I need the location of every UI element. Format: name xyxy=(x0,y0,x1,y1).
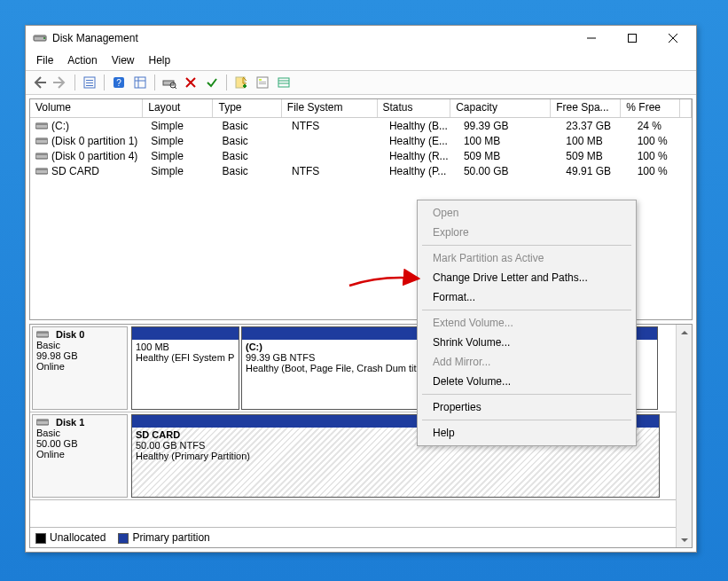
svg-rect-24 xyxy=(35,153,48,155)
context-item[interactable]: Change Drive Letter and Paths... xyxy=(420,268,633,287)
window-title: Disk Management xyxy=(52,32,572,44)
forward-button[interactable] xyxy=(51,73,70,92)
app-icon xyxy=(33,31,47,45)
context-item[interactable]: Shrink Volume... xyxy=(420,333,633,352)
svg-rect-7 xyxy=(86,85,93,86)
svg-rect-26 xyxy=(35,169,48,170)
volume-row[interactable]: (Disk 0 partition 4)SimpleBasicHealthy (… xyxy=(30,148,692,163)
context-separator xyxy=(422,245,631,246)
scroll-down-icon[interactable] xyxy=(677,532,692,547)
context-item: Extend Volume... xyxy=(420,313,633,333)
context-separator xyxy=(422,310,631,310)
volume-row[interactable]: SD CARDSimpleBasicNTFSHealthy (P...50.00… xyxy=(30,163,692,178)
back-button[interactable] xyxy=(29,73,49,92)
check-button[interactable] xyxy=(202,73,222,92)
col-status[interactable]: Status xyxy=(378,99,451,117)
minimize-button[interactable] xyxy=(572,28,611,48)
menu-view[interactable]: View xyxy=(105,52,142,68)
svg-rect-30 xyxy=(36,420,49,421)
partition[interactable]: 100 MBHealthy (EFI System P xyxy=(131,326,239,410)
svg-rect-22 xyxy=(35,138,48,140)
col-filesystem[interactable]: File System xyxy=(282,99,378,117)
svg-rect-15 xyxy=(259,79,262,81)
col-volume[interactable]: Volume xyxy=(30,99,143,117)
help-button[interactable]: ? xyxy=(109,73,129,92)
scroll-up-icon[interactable] xyxy=(677,325,692,340)
context-item[interactable]: Properties xyxy=(420,397,633,417)
context-item[interactable]: Delete Volume... xyxy=(420,372,633,391)
context-menu: OpenExploreMark Partition as ActiveChang… xyxy=(417,200,637,446)
col-pctfree[interactable]: % Free xyxy=(621,99,680,117)
volume-list-header: Volume Layout Type File System Status Ca… xyxy=(30,99,692,118)
titlebar[interactable]: Disk Management xyxy=(26,26,696,51)
svg-rect-3 xyxy=(629,35,637,43)
context-item: Mark Partition as Active xyxy=(420,248,633,268)
close-button[interactable] xyxy=(654,28,693,48)
svg-text:?: ? xyxy=(116,78,121,88)
context-item[interactable]: Help xyxy=(420,423,633,443)
menubar: File Action View Help xyxy=(26,51,696,70)
legend-primary: Primary partition xyxy=(118,531,209,544)
svg-rect-17 xyxy=(259,83,266,84)
col-capacity[interactable]: Capacity xyxy=(450,99,551,117)
toolbar-separator xyxy=(226,75,227,90)
col-layout[interactable]: Layout xyxy=(143,99,213,117)
toolbar-separator xyxy=(154,75,155,90)
col-freespace[interactable]: Free Spa... xyxy=(551,99,621,117)
menu-help[interactable]: Help xyxy=(142,52,178,68)
context-separator xyxy=(422,394,631,395)
rescan-button[interactable] xyxy=(160,73,179,92)
toolbar: ? xyxy=(26,70,696,95)
svg-rect-18 xyxy=(278,78,289,87)
properties-button[interactable] xyxy=(253,73,272,92)
menu-action[interactable]: Action xyxy=(60,52,104,68)
svg-rect-20 xyxy=(35,123,48,125)
disk-label[interactable]: Disk 0Basic99.98 GBOnline xyxy=(32,326,128,410)
svg-rect-10 xyxy=(135,77,145,88)
col-type[interactable]: Type xyxy=(213,99,281,117)
new-button[interactable] xyxy=(231,73,251,92)
svg-rect-6 xyxy=(86,82,93,83)
legend-unallocated: Unallocated xyxy=(35,531,106,544)
volume-row[interactable]: (Disk 0 partition 1)SimpleBasicHealthy (… xyxy=(30,133,692,148)
window-caption-buttons xyxy=(572,28,693,48)
toolbar-separator xyxy=(104,75,105,90)
vertical-scrollbar[interactable] xyxy=(676,325,692,547)
disk-label[interactable]: Disk 1Basic50.00 GBOnline xyxy=(32,414,128,498)
svg-rect-1 xyxy=(34,35,46,37)
delete-button[interactable] xyxy=(181,73,200,92)
settings-button[interactable] xyxy=(130,73,150,92)
svg-rect-5 xyxy=(86,80,93,81)
maximize-button[interactable] xyxy=(613,28,652,48)
volume-row[interactable]: (C:)SimpleBasicNTFSHealthy (B...99.39 GB… xyxy=(30,118,692,133)
context-item[interactable]: Format... xyxy=(420,287,633,307)
svg-rect-16 xyxy=(259,82,266,82)
context-item: Explore xyxy=(420,223,633,242)
col-blank[interactable] xyxy=(680,99,692,117)
toolbar-separator xyxy=(74,75,75,90)
svg-rect-28 xyxy=(36,332,49,334)
context-separator xyxy=(422,420,631,420)
menu-file[interactable]: File xyxy=(29,52,60,68)
show-hide-button[interactable] xyxy=(80,73,99,92)
list-button[interactable] xyxy=(274,73,294,92)
context-item: Add Mirror... xyxy=(420,352,633,372)
svg-point-2 xyxy=(43,37,45,39)
context-item: Open xyxy=(420,203,633,223)
